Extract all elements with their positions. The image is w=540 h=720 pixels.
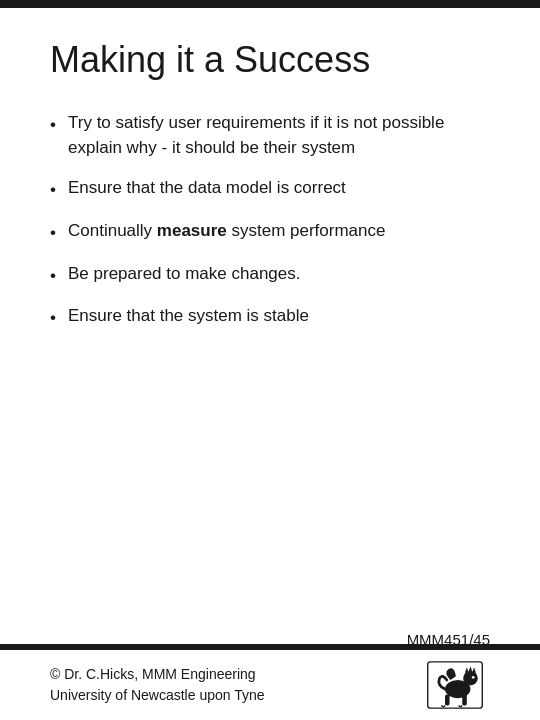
main-content: Making it a Success • Try to satisfy use…: [0, 8, 540, 644]
bullet-text-1: Try to satisfy user requirements if it i…: [68, 111, 490, 160]
list-item: • Try to satisfy user requirements if it…: [50, 111, 490, 160]
slide-page: Making it a Success • Try to satisfy use…: [0, 0, 540, 720]
university-logo: [420, 660, 490, 710]
bullet-dot: •: [50, 221, 68, 246]
svg-point-2: [463, 671, 478, 686]
slide-number: MMM451/45: [407, 631, 490, 648]
bullet-list: • Try to satisfy user requirements if it…: [50, 111, 490, 624]
svg-point-8: [472, 676, 475, 679]
footer-line1: © Dr. C.Hicks, MMM Engineering: [50, 666, 256, 682]
svg-marker-4: [469, 666, 473, 671]
bullet-text-3: Continually measure system performance: [68, 219, 490, 244]
top-border: [0, 0, 540, 8]
bullet-text-5: Ensure that the system is stable: [68, 304, 490, 329]
slide-title: Making it a Success: [50, 38, 490, 81]
bold-measure: measure: [157, 221, 227, 240]
bullet-dot: •: [50, 178, 68, 203]
bullet-dot: •: [50, 306, 68, 331]
footer-line2: University of Newcastle upon Tyne: [50, 687, 265, 703]
list-item: • Be prepared to make changes.: [50, 262, 490, 289]
list-item: • Continually measure system performance: [50, 219, 490, 246]
svg-marker-3: [465, 667, 469, 672]
bullet-dot: •: [50, 113, 68, 138]
bullet-text-4: Be prepared to make changes.: [68, 262, 490, 287]
svg-rect-7: [462, 695, 467, 706]
bullet-text-2: Ensure that the data model is correct: [68, 176, 490, 201]
svg-rect-6: [445, 695, 450, 706]
svg-marker-5: [472, 667, 476, 672]
bullet-dot: •: [50, 264, 68, 289]
footer-text: © Dr. C.Hicks, MMM Engineering Universit…: [50, 664, 265, 706]
list-item: • Ensure that the system is stable: [50, 304, 490, 331]
footer: © Dr. C.Hicks, MMM Engineering Universit…: [0, 644, 540, 720]
list-item: • Ensure that the data model is correct: [50, 176, 490, 203]
